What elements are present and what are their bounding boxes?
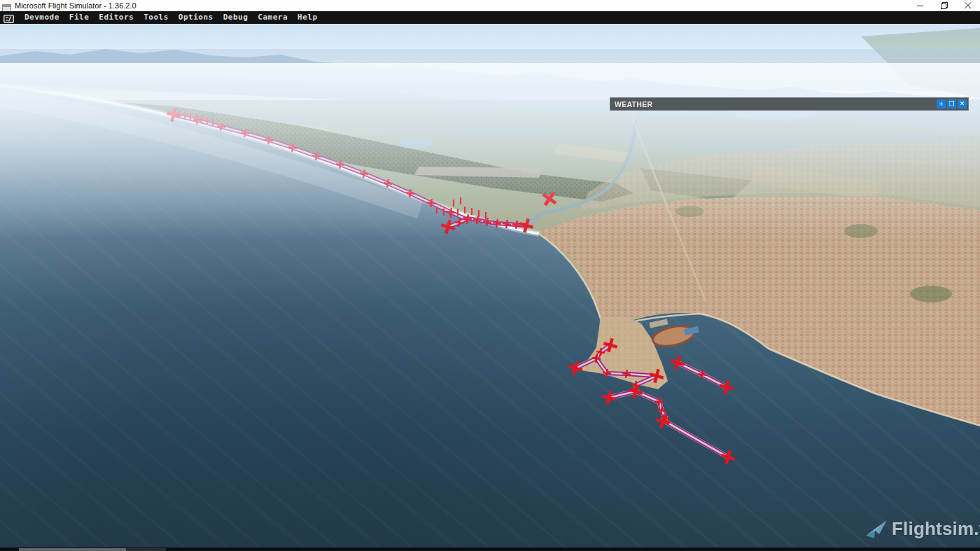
weather-panel[interactable]: WEATHER + ❐ ✕: [610, 98, 968, 110]
menu-item-devmode[interactable]: Devmode: [20, 13, 64, 22]
window-controls: [909, 0, 980, 11]
bottom-window-border: [0, 547, 980, 551]
app-icon: [2, 2, 11, 10]
weather-add-button[interactable]: +: [937, 99, 946, 109]
terrain-render: [0, 0, 980, 551]
window-titlebar: Microsoft Flight Simulator - 1.36.2.0: [0, 0, 980, 11]
weather-panel-buttons: + ❐ ✕: [937, 99, 967, 109]
menu-item-file[interactable]: File: [64, 13, 94, 22]
menu-item-debug[interactable]: Debug: [218, 13, 253, 22]
menu-item-tools[interactable]: Tools: [139, 13, 174, 22]
menu-bar: Devmode File Editors Tools Options Debug…: [0, 11, 980, 24]
menu-item-options[interactable]: Options: [174, 13, 218, 22]
flightsim-watermark: Flightsim.to: [865, 518, 980, 540]
bottom-strip-segment: [126, 548, 166, 551]
minimize-button[interactable]: [909, 0, 932, 11]
menu-item-editors[interactable]: Editors: [94, 13, 139, 22]
scene-viewport[interactable]: [0, 0, 980, 551]
close-button[interactable]: [956, 0, 980, 11]
weather-dock-button[interactable]: ❐: [947, 99, 956, 109]
watermark-text: Flightsim.to: [892, 518, 980, 540]
weather-close-button[interactable]: ✕: [958, 99, 967, 109]
window-title: Microsoft Flight Simulator - 1.36.2.0: [15, 0, 136, 11]
weather-panel-title: WEATHER: [615, 100, 652, 109]
menu-item-camera[interactable]: Camera: [253, 13, 293, 22]
paper-plane-icon: [865, 519, 888, 540]
restore-button[interactable]: [932, 0, 956, 11]
devmode-icon: [4, 13, 14, 22]
bottom-strip-segment: [19, 548, 126, 551]
menu-item-help[interactable]: Help: [293, 13, 323, 22]
